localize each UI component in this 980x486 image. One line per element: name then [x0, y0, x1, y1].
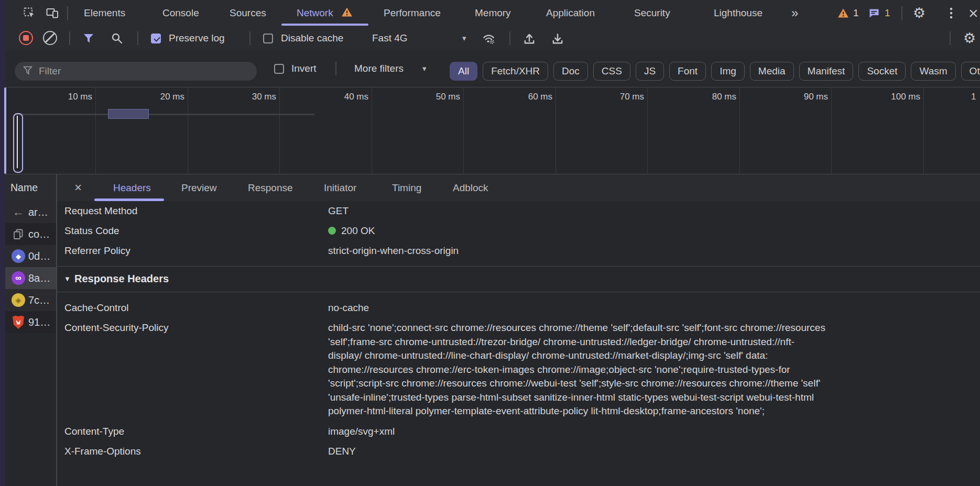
divider: [509, 31, 510, 45]
header-value: DENY: [328, 441, 356, 461]
selected-tab-underline: [281, 24, 368, 26]
tab-preview[interactable]: Preview: [181, 174, 217, 201]
import-har-upload-icon[interactable]: [523, 32, 536, 45]
inspect-element-icon[interactable]: [23, 7, 36, 19]
search-icon[interactable]: [111, 32, 123, 44]
tab-response[interactable]: Response: [248, 174, 293, 201]
back-arrow-icon: ←: [12, 205, 25, 219]
timeline-overview[interactable]: 10 ms 20 ms 30 ms 40 ms 50 ms 60 ms 70 m…: [5, 87, 980, 174]
chip-img[interactable]: Img: [711, 62, 745, 81]
overview-selection-block[interactable]: [108, 109, 149, 119]
throttling-dropdown-arrow[interactable]: ▾: [462, 26, 466, 50]
clear-network-log-icon[interactable]: [43, 31, 57, 45]
network-toolbar: Preserve log Disable cache Fast 4G ▾ ⚙: [5, 26, 980, 51]
warnings-badge-icon[interactable]: [837, 7, 849, 19]
request-name: ar…: [28, 206, 48, 218]
divider: [137, 31, 138, 45]
collapse-triangle-icon[interactable]: ▼: [64, 266, 71, 292]
network-settings-gear-icon[interactable]: ⚙: [963, 26, 976, 50]
tick-30ms: 30 ms: [234, 92, 276, 102]
filter-input[interactable]: Filter: [15, 62, 257, 81]
request-row-selected[interactable]: ∞ 8a…: [5, 267, 56, 289]
request-row[interactable]: ◆ 0d…: [5, 245, 56, 267]
header-row-content-type: Content-Type image/svg+xml: [57, 422, 980, 441]
csp-line: polymer-html-literal polymer-template-ev…: [328, 404, 825, 418]
chip-other[interactable]: Other: [961, 62, 980, 81]
more-filters-button[interactable]: More filters: [354, 50, 404, 87]
settings-gear-icon[interactable]: ⚙: [913, 0, 925, 26]
export-har-download-icon[interactable]: [551, 32, 564, 45]
header-name: Request Method: [64, 201, 137, 221]
throttling-select-value[interactable]: Fast 4G: [372, 26, 408, 50]
disable-cache-label[interactable]: Disable cache: [281, 26, 343, 50]
name-column-header[interactable]: Name: [10, 174, 38, 201]
request-row[interactable]: ← ar…: [5, 201, 56, 223]
tab-performance[interactable]: Performance: [384, 0, 441, 26]
csp-line: chrome://resources chrome://erc-token-im…: [328, 363, 825, 377]
overview-edge-grip[interactable]: [4, 87, 6, 174]
close-devtools-icon[interactable]: ×: [968, 0, 978, 26]
header-row-x-frame-options: X-Frame-Options DENY: [57, 441, 980, 461]
filter-funnel-icon[interactable]: [83, 32, 94, 44]
more-filters-dropdown-arrow[interactable]: ▾: [422, 50, 427, 87]
chip-js[interactable]: JS: [636, 62, 664, 81]
sidebar-panel-divider[interactable]: [56, 174, 57, 486]
copy-icon: [12, 227, 25, 241]
device-toolbar-icon[interactable]: [46, 7, 59, 19]
gridline: [95, 87, 96, 174]
header-row-request-method: Request Method GET: [57, 201, 980, 221]
gridline: [831, 87, 832, 174]
tab-adblock[interactable]: Adblock: [453, 174, 488, 201]
chip-fetch-xhr[interactable]: Fetch/XHR: [483, 62, 548, 81]
section-title: Response Headers: [74, 266, 169, 292]
header-value: 200 OK: [328, 221, 375, 241]
tab-elements[interactable]: Elements: [84, 0, 125, 26]
invert-checkbox[interactable]: [274, 64, 284, 74]
overview-left-grip[interactable]: [13, 113, 23, 173]
response-headers-section[interactable]: ▼ Response Headers: [57, 266, 980, 292]
record-network-log-button[interactable]: [19, 31, 33, 45]
request-row[interactable]: co…: [5, 223, 56, 245]
request-name: 7c…: [28, 294, 50, 306]
tab-initiator[interactable]: Initiator: [324, 174, 356, 201]
gridline: [739, 87, 740, 174]
tab-memory[interactable]: Memory: [475, 0, 511, 26]
close-details-icon[interactable]: ×: [74, 174, 82, 201]
chip-css[interactable]: CSS: [593, 62, 630, 81]
chip-font[interactable]: Font: [669, 62, 706, 81]
tab-security[interactable]: Security: [634, 0, 670, 26]
divider: [67, 6, 68, 20]
request-row[interactable]: ◈ 7c…: [5, 289, 56, 311]
chip-all[interactable]: All: [450, 62, 477, 81]
disable-cache-checkbox[interactable]: [263, 34, 273, 43]
csp-line: child-src 'none';connect-src chrome://re…: [328, 321, 825, 335]
tab-application[interactable]: Application: [546, 0, 595, 26]
issues-message-icon[interactable]: [868, 7, 880, 19]
tab-lighthouse[interactable]: Lighthouse: [714, 0, 763, 26]
tab-console[interactable]: Console: [162, 0, 199, 26]
tab-timing[interactable]: Timing: [392, 174, 421, 201]
devtools-tabbar: Elements Console Sources Network Perform…: [5, 0, 980, 27]
chip-socket[interactable]: Socket: [858, 62, 906, 81]
preserve-log-checkbox[interactable]: [151, 34, 161, 43]
invert-label[interactable]: Invert: [291, 50, 317, 87]
tab-headers[interactable]: Headers: [113, 174, 151, 201]
network-conditions-icon[interactable]: [482, 32, 495, 45]
more-tabs-chevron[interactable]: »: [791, 0, 798, 26]
warnings-count: 1: [853, 0, 859, 26]
chip-wasm[interactable]: Wasm: [911, 62, 955, 81]
kebab-menu-icon[interactable]: [949, 7, 954, 19]
resource-type-chips: All Fetch/XHR Doc CSS JS Font Img Media …: [450, 62, 980, 81]
tick-20ms: 20 ms: [143, 92, 184, 102]
request-row[interactable]: 91…: [5, 311, 56, 333]
purple-token-icon: ∞: [12, 271, 25, 285]
chip-manifest[interactable]: Manifest: [799, 62, 854, 81]
tab-sources[interactable]: Sources: [230, 0, 266, 26]
tick-100ms: 100 ms: [878, 92, 920, 102]
preserve-log-label[interactable]: Preserve log: [169, 26, 225, 50]
chip-doc[interactable]: Doc: [553, 62, 588, 81]
tab-network[interactable]: Network: [297, 0, 353, 26]
header-name: Content-Security-Policy: [64, 321, 169, 335]
chip-media[interactable]: Media: [750, 62, 794, 81]
requests-list: ← ar… co… ◆ 0d… ∞ 8a… ◈ 7c… 91…: [5, 201, 56, 486]
